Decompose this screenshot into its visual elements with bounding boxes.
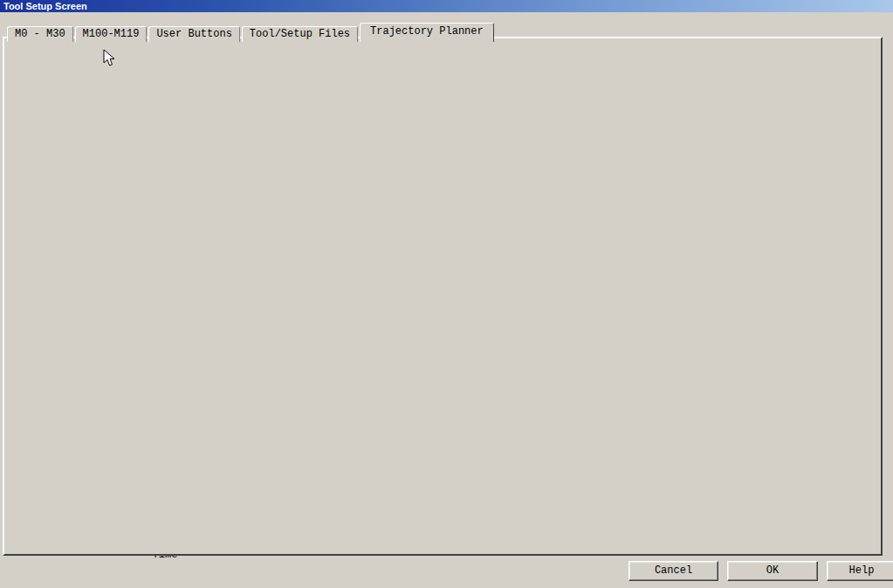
- tab-user-buttons[interactable]: User Buttons: [148, 26, 239, 42]
- tab-m100-m119[interactable]: M100-M119: [75, 26, 148, 42]
- window-title: Tool Setup Screen: [3, 1, 87, 11]
- mouse-cursor-icon: [103, 49, 115, 67]
- tool-setup-window: Tool Setup Screen M0 - M30 M100-M119 Use…: [0, 0, 893, 588]
- cancel-button[interactable]: Cancel: [629, 561, 718, 581]
- tab-page-panel: [3, 37, 883, 556]
- tab-trajectory-planner[interactable]: Trajectory Planner: [360, 23, 494, 42]
- tab-m0-m30[interactable]: M0 - M30: [7, 26, 73, 42]
- tab-strip: M0 - M30 M100-M119 User Buttons Tool/Set…: [7, 23, 496, 42]
- tab-tool-setup-files[interactable]: Tool/Setup Files: [242, 26, 358, 42]
- ok-button[interactable]: OK: [727, 561, 818, 581]
- help-button[interactable]: Help: [827, 561, 893, 581]
- window-titlebar: Tool Setup Screen: [0, 0, 893, 12]
